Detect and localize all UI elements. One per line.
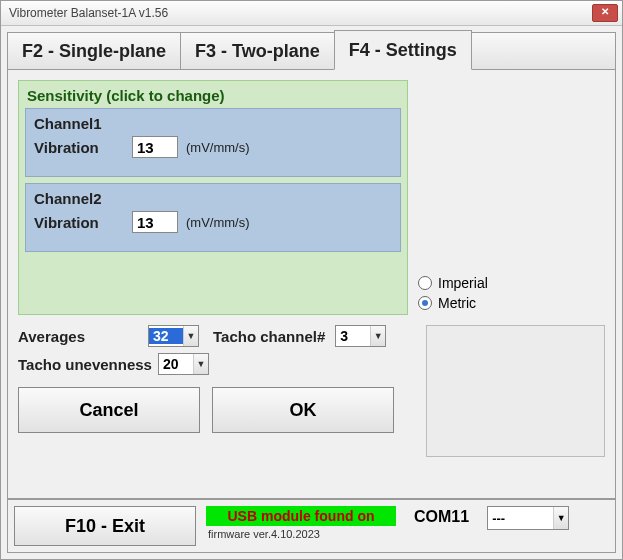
sensitivity-title: Sensitivity (click to change)	[25, 85, 401, 108]
chevron-down-icon: ▼	[183, 326, 198, 346]
channel1-label: Vibration	[34, 139, 124, 156]
channel1-value-input[interactable]	[132, 136, 178, 158]
sensitivity-group[interactable]: Sensitivity (click to change) Channel1 V…	[18, 80, 408, 315]
channel2-unit: (mV/mm/s)	[186, 215, 250, 230]
footer: F10 - Exit USB module found on firmware …	[7, 499, 616, 553]
radio-dot-icon	[418, 296, 432, 310]
units-radio-group: Imperial Metric	[418, 80, 598, 315]
ok-button[interactable]: OK	[212, 387, 394, 433]
cancel-button[interactable]: Cancel	[18, 387, 200, 433]
com-port-combo[interactable]: --- ▼	[487, 506, 569, 530]
tacho-channel-value: 3	[336, 328, 370, 344]
com-port-label: COM11	[406, 506, 477, 526]
channel2-title: Channel2	[34, 190, 392, 207]
app-window: Vibrometer Balanset-1A v1.56 ✕ F2 - Sing…	[0, 0, 623, 560]
radio-imperial[interactable]: Imperial	[418, 275, 598, 291]
tab-settings[interactable]: F4 - Settings	[334, 30, 472, 70]
averages-label: Averages	[18, 328, 148, 345]
radio-dot-icon	[418, 276, 432, 290]
radio-metric[interactable]: Metric	[418, 295, 598, 311]
tacho-unevenness-value: 20	[159, 356, 193, 372]
tacho-channel-combo[interactable]: 3 ▼	[335, 325, 386, 347]
tab-two-plane[interactable]: F3 - Two-plane	[180, 32, 335, 70]
right-panel	[426, 325, 605, 457]
radio-imperial-label: Imperial	[438, 275, 488, 291]
channel1-title: Channel1	[34, 115, 392, 132]
tacho-unevenness-combo[interactable]: 20 ▼	[158, 353, 209, 375]
usb-status: USB module found on	[206, 506, 396, 526]
channel2-value-input[interactable]	[132, 211, 178, 233]
chevron-down-icon: ▼	[370, 326, 385, 346]
averages-value: 32	[149, 328, 183, 344]
titlebar: Vibrometer Balanset-1A v1.56 ✕	[1, 1, 622, 26]
averages-combo[interactable]: 32 ▼	[148, 325, 199, 347]
close-icon[interactable]: ✕	[592, 4, 618, 22]
channel2-box: Channel2 Vibration (mV/mm/s)	[25, 183, 401, 252]
com-port-value: ---	[488, 511, 553, 526]
tacho-unevenness-label: Tacho unevenness	[18, 356, 152, 373]
chevron-down-icon: ▼	[553, 507, 568, 529]
channel1-unit: (mV/mm/s)	[186, 140, 250, 155]
radio-metric-label: Metric	[438, 295, 476, 311]
tab-page-settings: Sensitivity (click to change) Channel1 V…	[7, 70, 616, 499]
chevron-down-icon: ▼	[193, 354, 208, 374]
window-title: Vibrometer Balanset-1A v1.56	[9, 6, 592, 20]
tacho-channel-label: Tacho channel#	[213, 328, 325, 345]
tab-strip: F2 - Single-plane F3 - Two-plane F4 - Se…	[7, 32, 616, 70]
channel1-box: Channel1 Vibration (mV/mm/s)	[25, 108, 401, 177]
firmware-version: firmware ver.4.10.2023	[206, 528, 396, 540]
tab-single-plane[interactable]: F2 - Single-plane	[7, 32, 181, 70]
content-area: F2 - Single-plane F3 - Two-plane F4 - Se…	[1, 26, 622, 559]
exit-button[interactable]: F10 - Exit	[14, 506, 196, 546]
tab-filler	[471, 32, 616, 70]
channel2-label: Vibration	[34, 214, 124, 231]
